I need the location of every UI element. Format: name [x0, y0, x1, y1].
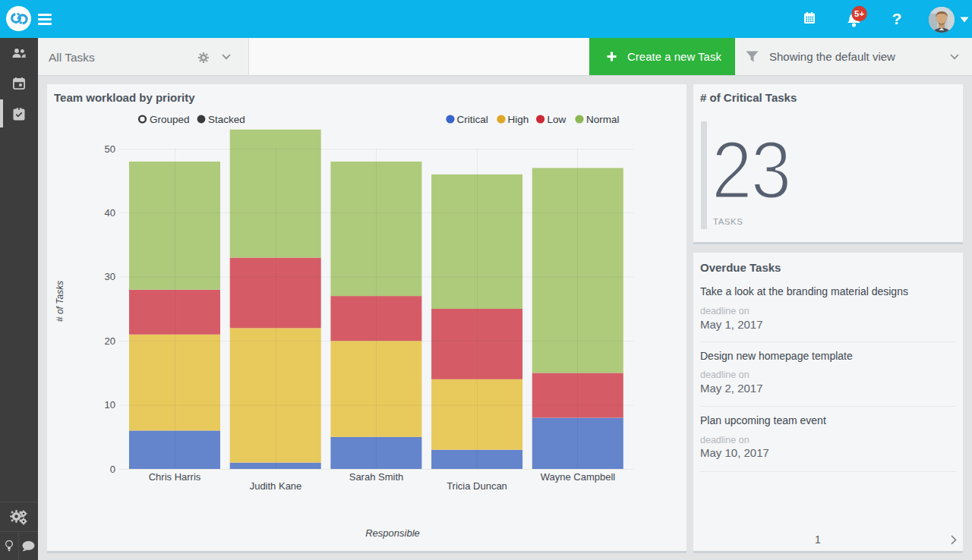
svg-text:20: 20	[105, 335, 115, 347]
svg-text:Critical: Critical	[457, 114, 488, 125]
svg-text:Normal: Normal	[586, 114, 620, 125]
svg-text:# of Tasks: # of Tasks	[55, 281, 65, 322]
svg-text:Responsible: Responsible	[365, 527, 420, 539]
svg-text:Chris Harris: Chris Harris	[149, 471, 201, 483]
svg-text:5+: 5+	[854, 9, 864, 18]
svg-text:Sarah Smith: Sarah Smith	[349, 471, 404, 483]
svg-text:High: High	[508, 114, 529, 125]
svg-text:Stacked: Stacked	[208, 114, 245, 125]
svg-text:30: 30	[105, 271, 115, 282]
svg-text:50: 50	[105, 143, 115, 155]
svg-text:Judith Kane: Judith Kane	[250, 480, 302, 492]
svg-text:10: 10	[105, 399, 115, 411]
svg-text:Low: Low	[548, 114, 566, 125]
svg-text:Tricia Duncan: Tricia Duncan	[447, 480, 507, 492]
svg-text:Grouped: Grouped	[150, 114, 190, 125]
svg-text:40: 40	[105, 207, 115, 219]
svg-text:0: 0	[110, 464, 115, 475]
svg-text:Wayne Campbell: Wayne Campbell	[541, 471, 616, 483]
